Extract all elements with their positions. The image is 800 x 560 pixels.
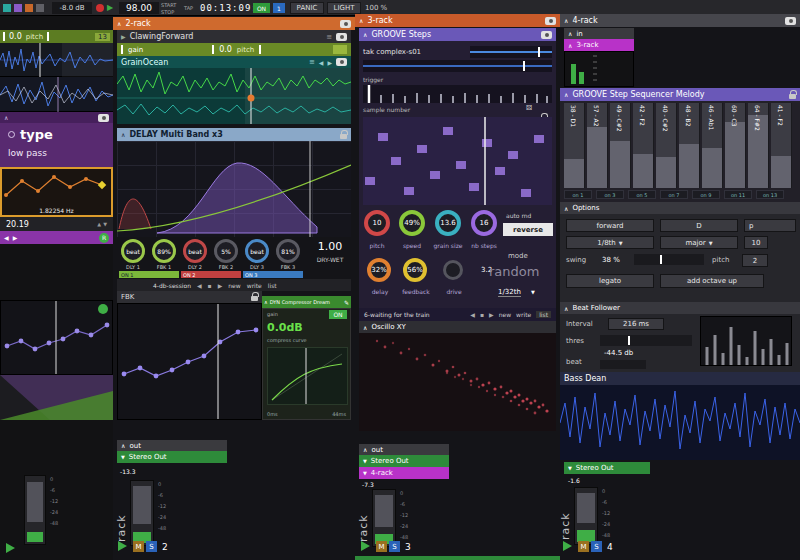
mode-value[interactable]: random (489, 264, 539, 279)
auto-rnd-label[interactable]: auto rnd (506, 212, 531, 219)
rack2-out-strip[interactable]: ∧ out (117, 440, 227, 451)
dropdown-icon[interactable]: ▼ (531, 289, 535, 295)
track-play-icon[interactable] (361, 541, 370, 551)
rack4-source-strip[interactable]: ∧ 3-rack (564, 39, 634, 51)
collapse-icon[interactable]: ∧ (564, 205, 568, 212)
play-icon[interactable]: ▶ (107, 3, 113, 12)
mute-button[interactable]: M (578, 541, 589, 552)
camera-icon[interactable] (98, 114, 109, 122)
grainocean-header[interactable]: GrainOcean ≡ ◀ ▶ (117, 56, 351, 68)
options-pitch-field[interactable]: 2 (742, 254, 768, 267)
collapse-icon[interactable]: ∧ (564, 305, 568, 312)
preset-list-button[interactable]: list (268, 282, 277, 289)
bass-dean-header[interactable]: Bass Dean (560, 372, 800, 385)
melody-step-toggle[interactable]: on 5 (628, 190, 656, 199)
camera-icon[interactable] (336, 33, 347, 41)
stop-label[interactable]: STOP (161, 9, 174, 15)
lfo-value-box[interactable]: 20.19 ▲ ▼ (0, 217, 113, 231)
dropdown-icon[interactable]: ▼ (568, 465, 572, 471)
collapse-icon[interactable]: ∧ (564, 91, 568, 98)
start-label[interactable]: START (161, 2, 176, 8)
down-icon[interactable]: ▼ (103, 221, 107, 227)
collapse-icon[interactable]: ∧ (117, 20, 121, 27)
melody-slider-8[interactable]: 60 - C3 (725, 103, 746, 188)
current-icon[interactable]: ▪ (480, 311, 484, 318)
comp-attack-value[interactable]: 0ms (267, 411, 278, 417)
slider-handle[interactable] (628, 336, 630, 345)
dly3-knob[interactable]: beat (245, 239, 269, 263)
rack2-stereo-out-strip[interactable]: ▼ Stereo Out (117, 451, 227, 463)
groove-feedback-knob[interactable]: 56% (403, 258, 427, 282)
dropdown-icon[interactable]: ▼ (121, 454, 125, 460)
melody-slider-1[interactable]: 38 - D1 (564, 103, 585, 188)
rack2-mixer-db[interactable]: -13.3 (120, 468, 136, 475)
fbk-panel-header[interactable]: FBK (117, 291, 262, 303)
melody-step-toggle[interactable]: on 7 (660, 190, 688, 199)
prev-icon[interactable]: ◀ (197, 282, 202, 289)
delay-header[interactable]: ∧ DELAY Multi Band x3 (117, 128, 351, 141)
next-icon[interactable]: ▶ (218, 282, 223, 289)
reverse-button[interactable]: reverse (503, 223, 553, 236)
melody-slider-4[interactable]: 42 - F2 (633, 103, 654, 188)
options-header[interactable]: ∧ Options (560, 202, 800, 214)
dropdown-icon[interactable]: ▼ (363, 458, 367, 464)
camera-icon[interactable] (545, 17, 556, 25)
sample-slider[interactable] (470, 46, 552, 58)
fbk3-knob[interactable]: 81% (276, 239, 300, 263)
thres-slider[interactable] (600, 335, 692, 346)
panic-button[interactable]: PANIC (290, 2, 324, 14)
collapse-icon[interactable]: ∧ (121, 131, 125, 138)
slider-handle[interactable] (3, 32, 5, 41)
slider-handle[interactable] (47, 32, 49, 41)
fbk-curve-editor[interactable] (117, 303, 262, 420)
sample-name[interactable]: tak complex-s01 (363, 48, 421, 56)
prev-icon[interactable]: ◀ (4, 234, 9, 241)
count-badge[interactable]: 1 (273, 3, 285, 13)
compressor-header[interactable]: ∧ DYN Compressor Dream ✎ (262, 296, 351, 308)
collapse-icon[interactable]: ∧ (4, 114, 8, 121)
add-octave-toggle[interactable]: add octave up (660, 274, 764, 288)
swing-slider[interactable] (634, 254, 704, 265)
settings-icon[interactable] (36, 4, 44, 12)
pitch-range-badge[interactable] (333, 45, 347, 54)
rack3-mixer-db[interactable]: -7.3 (362, 481, 374, 488)
gain-slider-handle[interactable] (121, 45, 123, 54)
melody-step-toggle[interactable]: on 9 (692, 190, 720, 199)
groove-header[interactable]: ∧ GROOVE Steps (359, 28, 556, 41)
camera-icon[interactable] (340, 20, 351, 28)
menu-icon[interactable]: ≡ (309, 58, 315, 66)
play-icon[interactable]: ▶ (121, 33, 126, 40)
swing-value[interactable]: 38 % (602, 256, 620, 264)
comp-curve-display[interactable] (267, 347, 348, 405)
camera-icon[interactable] (785, 17, 796, 25)
dly2-knob[interactable]: beat (183, 239, 207, 263)
current-icon[interactable]: ▪ (208, 282, 212, 289)
collapse-icon[interactable]: ∧ (363, 446, 367, 453)
clawing-module-header[interactable]: ▶ ClawingForward ≡ (117, 30, 351, 43)
rack3-send-strip[interactable]: ▼ 4-rack (359, 467, 449, 479)
interval-field[interactable]: 216 ms (608, 318, 664, 330)
melody-slider-10[interactable]: 41 - F2 (771, 103, 792, 188)
lfo-freq-value[interactable]: 1.82254 Hz (2, 207, 111, 214)
direction-select[interactable]: forward (566, 219, 654, 232)
next-icon[interactable]: ▶ (327, 59, 332, 66)
comp-on-toggle[interactable]: ON (329, 310, 347, 319)
sample-step-grid[interactable] (363, 117, 552, 205)
fbk2-knob[interactable]: 5% (214, 239, 238, 263)
lfo-curve-panel[interactable]: 1.82254 Hz (0, 167, 113, 217)
rack3-out-strip[interactable]: ∧ out (359, 444, 449, 455)
layout-icon[interactable] (25, 4, 33, 12)
tempo-display[interactable]: 98.00 (119, 2, 159, 14)
pitch-num-badge[interactable]: 13 (95, 33, 110, 41)
tap-button[interactable]: TAP (184, 5, 193, 11)
preset-name[interactable]: 4-db-session (153, 282, 191, 289)
collapse-icon[interactable]: ∧ (363, 31, 367, 38)
rack3-header[interactable]: ∧ 3-rack (355, 14, 560, 27)
solo-button[interactable]: S (389, 541, 400, 552)
mute-button[interactable]: M (133, 541, 144, 552)
track-play-icon[interactable] (118, 541, 127, 551)
track-play-icon[interactable] (563, 541, 572, 551)
xy-pad[interactable] (0, 375, 113, 420)
collapse-icon[interactable]: ∧ (568, 42, 572, 49)
waveform-display-b[interactable] (0, 77, 113, 112)
